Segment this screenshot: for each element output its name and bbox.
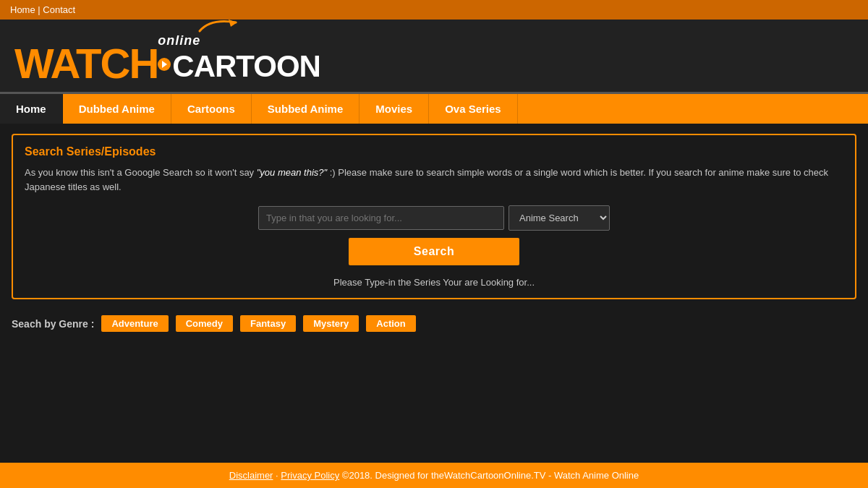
home-link[interactable]: Home (10, 4, 35, 15)
top-bar: Home | Contact (0, 0, 868, 20)
genre-comedy[interactable]: Comedy (176, 315, 233, 332)
search-type-select[interactable]: Anime Search Cartoon Search (509, 205, 610, 231)
genre-adventure[interactable]: Adventure (101, 315, 168, 332)
search-input[interactable] (258, 206, 504, 230)
genre-label: Seach by Genre : (12, 318, 94, 330)
main-content: Search Series/Episodes As you know this … (0, 124, 868, 348)
nav-item-home[interactable]: Home (0, 94, 63, 124)
footer: Disclaimer · Privacy Policy ©2018. Desig… (0, 463, 868, 488)
search-hint: Please Type-in the Series Your are Looki… (333, 277, 535, 288)
play-icon (158, 58, 171, 71)
nav-item-cartoons[interactable]: Cartoons (171, 94, 252, 124)
nav-item-ova-series[interactable]: Ova Series (429, 94, 518, 124)
online-row: online (158, 30, 320, 51)
logo-cartoon: CARTOON (172, 51, 320, 82)
swoosh-icon (196, 17, 239, 38)
contact-link[interactable]: Contact (43, 4, 75, 15)
nav-item-subbed-anime[interactable]: Subbed Anime (252, 94, 359, 124)
privacy-link[interactable]: Privacy Policy (281, 470, 339, 481)
search-button[interactable]: Search (349, 238, 519, 265)
genre-action[interactable]: Action (366, 315, 415, 332)
search-form: Anime Search Cartoon Search Search Pleas… (25, 205, 843, 288)
search-section: Search Series/Episodes As you know this … (12, 134, 856, 299)
logo: WATCH online CARTOON (14, 30, 320, 85)
nav-item-movies[interactable]: Movies (359, 94, 429, 124)
genre-section: Seach by Genre : Adventure Comedy Fantas… (12, 309, 856, 338)
logo-online: online (158, 34, 200, 47)
logo-area: WATCH online CARTOON (0, 20, 868, 94)
search-row: Anime Search Cartoon Search (258, 205, 610, 231)
main-nav: Home Dubbed Anime Cartoons Subbed Anime … (0, 94, 868, 124)
search-section-title: Search Series/Episodes (25, 145, 843, 158)
nav-item-dubbed-anime[interactable]: Dubbed Anime (63, 94, 171, 124)
footer-copyright: ©2018. Designed for theWatchCartoonOnlin… (342, 470, 639, 481)
separator: | (38, 4, 40, 15)
logo-watch: WATCH (14, 43, 158, 85)
search-notice: As you know this isn't a Gooogle Search … (25, 166, 843, 194)
genre-fantasy[interactable]: Fantasy (240, 315, 296, 332)
logo-right-part: online CARTOON (158, 30, 320, 82)
cartoon-row: CARTOON (158, 51, 320, 82)
disclaimer-link[interactable]: Disclaimer (229, 470, 273, 481)
genre-mystery[interactable]: Mystery (303, 315, 359, 332)
